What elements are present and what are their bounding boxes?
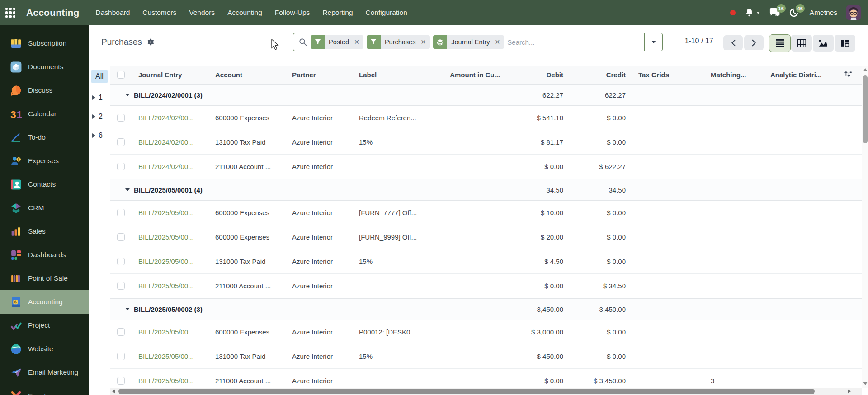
table-row[interactable]: BILL/2025/05/00...131000 Tax PaidAzure I… — [110, 249, 862, 274]
facet-remove-button[interactable]: ✕ — [420, 35, 430, 49]
journal-entry-link[interactable]: BILL/2024/02/00... — [131, 114, 208, 122]
col-partner[interactable]: Partner — [285, 71, 352, 79]
group-row[interactable]: BILL/2025/05/0001 (4)34.5034.50 — [110, 179, 862, 201]
sidebar-item-documents[interactable]: Documents — [0, 55, 89, 79]
account-cell[interactable]: 211000 Account ... — [208, 377, 285, 385]
gear-icon[interactable] — [146, 38, 154, 46]
journal-entry-link[interactable]: BILL/2025/05/00... — [131, 377, 208, 385]
partner-cell[interactable]: Azure Interior — [285, 328, 352, 336]
sidebar-item-dashboards[interactable]: Dashboards — [0, 243, 89, 267]
table-row[interactable]: BILL/2025/05/00...211000 Account ...Azur… — [110, 369, 862, 388]
partner-cell[interactable]: Azure Interior — [285, 282, 352, 290]
debit-cell[interactable]: $ 4.50 — [505, 258, 569, 265]
horizontal-scrollbar[interactable] — [110, 388, 862, 395]
horizontal-scrollbar-thumb[interactable] — [118, 389, 815, 394]
scroll-left-arrow[interactable] — [112, 389, 115, 394]
account-cell[interactable]: 131000 Tax Paid — [208, 353, 285, 360]
journal-entry-link[interactable]: BILL/2024/02/00... — [131, 138, 208, 146]
credit-cell[interactable]: $ 34.50 — [569, 282, 631, 290]
label-cell[interactable]: 15% — [352, 258, 433, 265]
col-analytic-distribution[interactable]: Analytic Distri... — [763, 71, 840, 79]
credit-cell[interactable]: $ 0.00 — [569, 328, 631, 336]
menu-accounting[interactable]: Accounting — [221, 0, 269, 25]
debit-cell[interactable]: $ 450.00 — [505, 353, 569, 360]
journal-entry-link[interactable]: BILL/2025/05/00... — [131, 233, 208, 241]
pager-next-button[interactable] — [744, 35, 764, 50]
col-label[interactable]: Label — [352, 71, 433, 79]
sidebar-item-todo[interactable]: To-do — [0, 126, 89, 149]
sidebar-item-calendar[interactable]: 31 Calendar — [0, 102, 89, 126]
search-options-toggle[interactable] — [644, 33, 662, 51]
account-cell[interactable]: 600000 Expenses — [208, 114, 285, 122]
row-checkbox[interactable] — [117, 282, 125, 290]
table-row[interactable]: BILL/2024/02/00...211000 Account ...Azur… — [110, 155, 862, 179]
view-graph-button[interactable] — [813, 35, 834, 52]
journal-entry-link[interactable]: BILL/2025/05/00... — [131, 258, 208, 265]
debit-cell[interactable]: $ 0.00 — [505, 163, 569, 170]
partner-cell[interactable]: Azure Interior — [285, 377, 352, 385]
account-cell[interactable]: 131000 Tax Paid — [208, 258, 285, 265]
search-input[interactable] — [507, 38, 644, 46]
account-cell[interactable]: 600000 Expenses — [208, 209, 285, 216]
caret-down-icon[interactable] — [125, 94, 130, 96]
group-row[interactable]: BILL/2025/05/0002 (3)3,450.003,450.00 — [110, 298, 862, 320]
partner-cell[interactable]: Azure Interior — [285, 163, 352, 170]
debit-cell[interactable]: $ 20.00 — [505, 233, 569, 241]
table-row[interactable]: BILL/2024/02/00...600000 ExpensesAzure I… — [110, 106, 862, 130]
menu-follow-ups[interactable]: Follow-Ups — [269, 0, 316, 25]
select-all-groups-button[interactable]: All — [91, 70, 108, 83]
partner-cell[interactable]: Azure Interior — [285, 233, 352, 241]
journal-entry-link[interactable]: BILL/2025/05/00... — [131, 353, 208, 360]
menu-customers[interactable]: Customers — [136, 0, 183, 25]
table-row[interactable]: BILL/2025/05/00...600000 ExpensesAzure I… — [110, 320, 862, 344]
debit-cell[interactable]: $ 0.00 — [505, 282, 569, 290]
pager-previous-button[interactable] — [723, 35, 743, 50]
col-tax-grids[interactable]: Tax Grids — [631, 71, 703, 79]
partner-cell[interactable]: Azure Interior — [285, 138, 352, 146]
table-row[interactable]: BILL/2025/05/00...211000 Account ...Azur… — [110, 274, 862, 298]
facet-remove-button[interactable]: ✕ — [353, 35, 363, 49]
debit-cell[interactable]: $ 0.00 — [505, 377, 569, 385]
credit-cell[interactable]: $ 0.00 — [569, 114, 631, 122]
gutter-group-1[interactable]: 1 — [92, 94, 110, 102]
matching-cell[interactable]: 3 — [703, 377, 763, 385]
sidebar-item-project[interactable]: Project — [0, 314, 89, 337]
group-row[interactable]: BILL/2024/02/0001 (3)622.27622.27 — [110, 84, 862, 106]
activities-button[interactable]: 46 — [789, 8, 799, 18]
view-pivot-button[interactable] — [791, 35, 812, 52]
journal-entry-link[interactable]: BILL/2024/02/00... — [131, 163, 208, 170]
row-checkbox[interactable] — [117, 233, 125, 241]
debit-cell[interactable]: $ 81.17 — [505, 138, 569, 146]
scroll-down-arrow[interactable] — [863, 382, 868, 385]
journal-entry-link[interactable]: BILL/2025/05/00... — [131, 209, 208, 216]
debit-cell[interactable]: $ 3,000.00 — [505, 328, 569, 336]
account-cell[interactable]: 600000 Expenses — [208, 328, 285, 336]
select-all-checkbox[interactable] — [117, 71, 125, 79]
journal-entry-link[interactable]: BILL/2025/05/00... — [131, 328, 208, 336]
label-cell[interactable]: [FURN_9999] Off... — [352, 233, 433, 241]
row-checkbox[interactable] — [117, 163, 125, 170]
col-journal-entry[interactable]: Journal Entry — [131, 71, 208, 79]
gutter-group-2[interactable]: 2 — [92, 113, 110, 121]
debit-cell[interactable]: $ 541.10 — [505, 114, 569, 122]
menu-dashboard[interactable]: Dashboard — [90, 0, 137, 25]
credit-cell[interactable]: $ 3,450.00 — [569, 377, 631, 385]
col-matching[interactable]: Matching... — [703, 71, 763, 79]
journal-entry-link[interactable]: BILL/2025/05/00... — [131, 282, 208, 290]
messages-button[interactable]: 16 — [769, 8, 780, 18]
vertical-scrollbar[interactable] — [862, 66, 868, 388]
debit-cell[interactable]: $ 10.00 — [505, 209, 569, 216]
optional-columns-button[interactable] — [840, 70, 862, 80]
user-name[interactable]: Ametnes — [810, 9, 837, 17]
partner-cell[interactable]: Azure Interior — [285, 209, 352, 216]
credit-cell[interactable]: $ 0.00 — [569, 233, 631, 241]
credit-cell[interactable]: $ 0.00 — [569, 209, 631, 216]
col-credit[interactable]: Credit — [569, 71, 631, 79]
account-cell[interactable]: 211000 Account ... — [208, 282, 285, 290]
caret-down-icon[interactable] — [125, 308, 130, 310]
table-row[interactable]: BILL/2025/05/00...131000 Tax PaidAzure I… — [110, 344, 862, 369]
col-account[interactable]: Account — [208, 71, 285, 79]
sidebar-item-discuss[interactable]: Discuss — [0, 79, 89, 102]
partner-cell[interactable]: Azure Interior — [285, 258, 352, 265]
caret-down-icon[interactable] — [125, 188, 130, 191]
